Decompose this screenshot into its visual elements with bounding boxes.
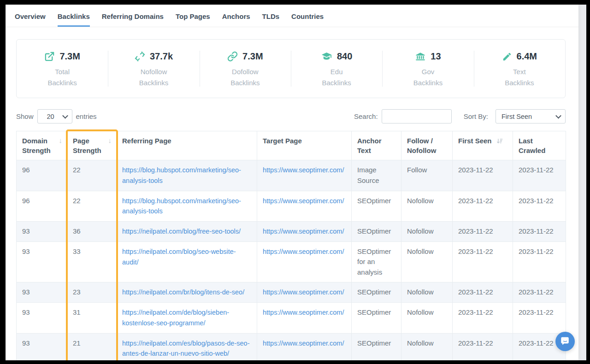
target-page-link[interactable]: https://www.seoptimer.com/ bbox=[263, 228, 344, 235]
target-page-cell: https://www.seoptimer.com/ bbox=[257, 222, 352, 242]
anchor-text-cell: Image Source bbox=[352, 160, 401, 191]
stat-label: GovBacklinks bbox=[413, 66, 442, 88]
target-page-link[interactable]: https://www.seoptimer.com/ bbox=[263, 309, 344, 316]
column-header-domain-strength[interactable]: Domain Strength ↓ bbox=[17, 131, 67, 160]
tab-backlinks[interactable]: Backlinks bbox=[58, 12, 90, 27]
follow-cell: Nofollow bbox=[401, 333, 453, 360]
referring-page-link[interactable]: https://neilpatel.com/de/blog/sieben-kos… bbox=[122, 309, 229, 327]
last-crawled-cell: 2023-11-22 bbox=[513, 303, 566, 334]
target-page-cell: https://www.seoptimer.com/ bbox=[257, 160, 352, 191]
graduation-cap-icon bbox=[321, 51, 332, 62]
referring-page-link[interactable]: https://blog.hubspot.com/marketing/seo-a… bbox=[122, 197, 241, 215]
column-header-anchor-text[interactable]: Anchor Text bbox=[352, 131, 401, 160]
report-tabbar: Overview Backlinks Referring Domains Top… bbox=[6, 5, 578, 27]
target-page-link[interactable]: https://www.seoptimer.com/ bbox=[263, 166, 344, 174]
stat-value: 7.3M bbox=[59, 51, 80, 62]
target-page-link[interactable]: https://www.seoptimer.com/ bbox=[263, 248, 344, 255]
stat-edu-backlinks: 840 EduBacklinks bbox=[291, 40, 382, 98]
target-page-link[interactable]: https://www.seoptimer.com/ bbox=[263, 197, 344, 205]
referring-page-link[interactable]: https://neilpatel.com/blog/free-seo-tool… bbox=[122, 228, 241, 235]
tab-countries[interactable]: Countries bbox=[291, 12, 324, 27]
sort-arrow-down-icon[interactable]: ↓ bbox=[59, 135, 63, 145]
first-seen-cell: 2023-11-22 bbox=[453, 160, 513, 191]
backlinks-table: Domain Strength ↓ Page Strength ↓ Referr… bbox=[16, 131, 566, 360]
target-page-cell: https://www.seoptimer.com/ bbox=[257, 282, 352, 303]
sort-amount-icon[interactable] bbox=[496, 138, 503, 146]
report-panel: Overview Backlinks Referring Domains Top… bbox=[6, 5, 578, 360]
referring-page-cell: https://blog.hubspot.com/marketing/seo-a… bbox=[117, 191, 257, 222]
target-page-cell: https://www.seoptimer.com/ bbox=[257, 191, 352, 222]
backlink-stats-panel: 7.3M TotalBacklinks 37.7k Nofol bbox=[16, 39, 566, 98]
stat-dofollow-backlinks: 7.3M DofollowBacklinks bbox=[200, 40, 291, 98]
table-header-row: Domain Strength ↓ Page Strength ↓ Referr… bbox=[17, 131, 566, 160]
table-row: 96 22 https://blog.hubspot.com/marketing… bbox=[17, 160, 566, 191]
referring-page-link[interactable]: https://neilpatel.com/blog/seo-website-a… bbox=[122, 248, 236, 266]
sort-by-select[interactable]: First Seen bbox=[496, 109, 566, 123]
page-strength-cell: 33 bbox=[67, 241, 117, 282]
stat-value: 37.7k bbox=[150, 51, 173, 62]
follow-cell: Nofollow bbox=[401, 241, 453, 282]
tab-anchors[interactable]: Anchors bbox=[222, 12, 250, 27]
anchor-text-cell: SEOptimer bbox=[352, 222, 401, 242]
column-header-referring-page[interactable]: Referring Page bbox=[117, 131, 257, 160]
first-seen-cell: 2023-11-22 bbox=[453, 282, 513, 303]
tab-referring-domains[interactable]: Referring Domains bbox=[102, 12, 164, 27]
sort-by-label: Sort By: bbox=[464, 112, 488, 120]
table-row: 93 21 https://neilpatel.com/es/blog/paso… bbox=[17, 333, 566, 360]
table-row: 93 31 https://neilpatel.com/de/blog/sieb… bbox=[17, 303, 566, 334]
column-header-target-page[interactable]: Target Page bbox=[257, 131, 352, 160]
sort-arrow-down-icon[interactable]: ↓ bbox=[108, 135, 112, 145]
chat-launcher-button[interactable] bbox=[555, 332, 575, 351]
follow-cell: Follow bbox=[401, 160, 453, 191]
first-seen-cell: 2023-11-22 bbox=[453, 333, 513, 360]
table-row: 96 22 https://blog.hubspot.com/marketing… bbox=[17, 191, 566, 222]
referring-page-cell: https://neilpatel.com/blog/free-seo-tool… bbox=[117, 222, 257, 242]
referring-page-cell: https://blog.hubspot.com/marketing/seo-a… bbox=[117, 160, 257, 191]
target-page-link[interactable]: https://www.seoptimer.com/ bbox=[263, 288, 344, 296]
page-strength-cell: 22 bbox=[67, 191, 117, 222]
referring-page-cell: https://neilpatel.com/de/blog/sieben-kos… bbox=[117, 303, 257, 334]
stat-value: 840 bbox=[337, 51, 352, 62]
page-strength-cell: 31 bbox=[67, 303, 117, 334]
entries-select[interactable]: 20 bbox=[37, 109, 72, 123]
table-controls: Show 20 entries Search: Sort By: First S… bbox=[16, 109, 566, 123]
show-label: Show bbox=[16, 112, 34, 120]
broken-link-icon bbox=[135, 51, 145, 62]
referring-page-link[interactable]: https://neilpatel.com/br/blog/itens-de-s… bbox=[122, 288, 244, 296]
referring-page-cell: https://neilpatel.com/es/blog/pasos-de-s… bbox=[117, 333, 257, 360]
referring-page-link[interactable]: https://neilpatel.com/es/blog/pasos-de-s… bbox=[122, 340, 249, 358]
column-header-page-strength[interactable]: Page Strength ↓ bbox=[67, 131, 117, 160]
referring-page-link[interactable]: https://blog.hubspot.com/marketing/seo-a… bbox=[122, 166, 241, 184]
stat-gov-backlinks: 13 GovBacklinks bbox=[382, 40, 473, 98]
last-crawled-cell: 2023-11-22 bbox=[513, 241, 566, 282]
domain-strength-cell: 93 bbox=[17, 333, 67, 360]
column-header-last-crawled[interactable]: Last Crawled bbox=[513, 131, 566, 160]
table-row: 93 36 https://neilpatel.com/blog/free-se… bbox=[17, 222, 566, 242]
last-crawled-cell: 2023-11-22 bbox=[513, 160, 566, 191]
tab-top-pages[interactable]: Top Pages bbox=[176, 12, 210, 27]
follow-cell: Nofollow bbox=[401, 191, 453, 222]
search-input[interactable] bbox=[382, 109, 452, 123]
domain-strength-cell: 93 bbox=[17, 241, 67, 282]
anchor-text-cell: SEOptimer for an analysis bbox=[352, 241, 401, 282]
column-header-first-seen[interactable]: First Seen bbox=[453, 131, 513, 160]
pencil-icon bbox=[502, 52, 512, 62]
tab-overview[interactable]: Overview bbox=[15, 12, 46, 27]
target-page-cell: https://www.seoptimer.com/ bbox=[257, 303, 352, 334]
target-page-link[interactable]: https://www.seoptimer.com/ bbox=[263, 340, 344, 347]
page-strength-cell: 36 bbox=[67, 222, 117, 242]
last-crawled-cell: 2023-11-22 bbox=[513, 282, 566, 303]
page-strength-cell: 22 bbox=[67, 160, 117, 191]
column-header-follow-nofollow[interactable]: Follow / Nofollow bbox=[401, 131, 453, 160]
anchor-text-cell: SEOptimer bbox=[352, 282, 401, 303]
anchor-text-cell: SEOptimer bbox=[352, 191, 401, 222]
first-seen-cell: 2023-11-22 bbox=[453, 303, 513, 334]
first-seen-cell: 2023-11-22 bbox=[453, 191, 513, 222]
table-container: Domain Strength ↓ Page Strength ↓ Referr… bbox=[16, 131, 568, 360]
follow-cell: Nofollow bbox=[401, 303, 453, 334]
target-page-cell: https://www.seoptimer.com/ bbox=[257, 241, 352, 282]
referring-page-cell: https://neilpatel.com/br/blog/itens-de-s… bbox=[117, 282, 257, 303]
link-icon bbox=[227, 51, 238, 62]
anchor-text-cell: SEOptimer bbox=[352, 303, 401, 334]
tab-tlds[interactable]: TLDs bbox=[262, 12, 280, 27]
